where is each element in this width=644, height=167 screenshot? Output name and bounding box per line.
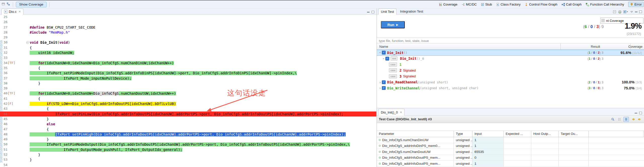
toolbar-item-control-flow-graph[interactable]: Control Flow Graph	[525, 3, 557, 6]
param-row[interactable]: Dio_infoCfgS_addrInfoDoutPS_mem...unsign…	[377, 155, 644, 161]
test-checkbox[interactable]: ✓	[382, 51, 386, 54]
toolbar-item-coverage[interactable]: Coverage	[439, 3, 457, 6]
code-line-28[interactable]: 28#include "MemMap.h"	[0, 30, 376, 35]
column-target-output[interactable]: Target Ou...	[559, 131, 589, 137]
param-row[interactable]: Dio_infoCfgS_addrInfoDoutPS_mem...unsign…	[377, 161, 644, 167]
code-line-54[interactable]: 54	[0, 162, 376, 167]
code-line-40[interactable]: 40[TF] for(idxChanUW=0;idxChanUW<Dio_inf…	[0, 91, 376, 96]
test-tree-row[interactable]: ›✓Dio_ReadChannel(unsigned short)(2 / 0 …	[377, 79, 644, 85]
code-line-53[interactable]: 53}	[0, 157, 376, 162]
param-input-cell[interactable]: 0	[472, 155, 504, 161]
code-line-38[interactable]: 38 }	[0, 81, 376, 86]
test-checkbox[interactable]: ✓	[382, 80, 386, 84]
tab-dio-c[interactable]: c Dio.c ✕	[2, 9, 23, 15]
param-expected-cell[interactable]	[504, 161, 531, 166]
param-host-output-cell[interactable]	[531, 137, 559, 143]
prev-arrow-icon[interactable]	[630, 117, 635, 122]
code-line-50[interactable]: 50 IfxPort_setPinModeOutput(Dio_infoCfgS…	[0, 142, 376, 147]
toolbar-item-class-factory[interactable]: cClass Factory	[496, 3, 520, 6]
code-line-33[interactable]: 33	[0, 55, 376, 60]
code-line-29[interactable]: 29	[0, 35, 376, 40]
param-target-output-cell[interactable]	[559, 143, 589, 149]
param-input-cell[interactable]: 1	[472, 161, 504, 166]
param-row[interactable]: Dio_infoCfgS.numChanDoutUWunsigned ...65…	[377, 149, 644, 155]
hierarchy-view-icon[interactable]	[7, 2, 10, 7]
show-coverage-button[interactable]: Show Coverage	[16, 2, 47, 7]
column-host-output[interactable]: Host Outp...	[531, 131, 559, 137]
column-expected[interactable]: Expected ...	[504, 131, 531, 137]
filter-input[interactable]: type file, function, test, state, issue	[379, 39, 429, 43]
column-input[interactable]: Input	[472, 131, 504, 137]
test-checkbox[interactable]: ✓	[385, 57, 389, 61]
maximize-icon[interactable]	[639, 112, 642, 114]
chevron-right-icon[interactable]: ›	[378, 80, 382, 84]
column-type[interactable]: Type	[454, 131, 472, 137]
param-row[interactable]: Dio_infoCfgS_addrInfoDinPS_mem0...unsign…	[377, 143, 644, 149]
collapse-icon[interactable]	[26, 41, 29, 44]
close-tab-icon[interactable]: ✕	[19, 10, 21, 13]
code-line-39[interactable]: 39	[0, 86, 376, 91]
code-line-48[interactable]: 48 IfxPort_setPinHigh(Dio_infoCfgS.addrI…	[0, 132, 376, 137]
maximize-icon[interactable]	[639, 11, 642, 13]
param-expected-cell[interactable]	[504, 149, 531, 155]
code-line-30[interactable]: 30void Dio_Init(void)	[0, 40, 376, 45]
param-host-output-cell[interactable]	[531, 161, 559, 166]
column-result[interactable]: Result	[560, 45, 630, 48]
chevron-down-icon[interactable]: ›	[382, 57, 386, 60]
test-tree-row[interactable]: case2Signaled	[377, 68, 644, 74]
test-tree-row[interactable]: ›✓Dio_WriteChannel(unsigned short, unsig…	[377, 85, 644, 91]
toolbar-item-error[interactable]: Error	[628, 2, 643, 7]
code-editor[interactable]: 252627#define BSW_CPU2_START_SEC_CODE28#…	[0, 15, 376, 167]
tab-unit-test[interactable]: Unit Test	[378, 9, 396, 15]
parameter-table-header[interactable]: Parameter Type Input Expected ... Host O…	[377, 131, 644, 137]
toolbar-item-call-graph[interactable]: Call Graph	[561, 3, 582, 6]
param-target-output-cell[interactable]	[559, 161, 589, 166]
code-line-44[interactable]: 44 IfxPort_setPinLow(Dio_infoCfgS.addrIn…	[0, 112, 376, 117]
code-line-37[interactable]: 37 IfxPort_Mode_inputNoPullDevice);	[0, 76, 376, 81]
tree-view-icon[interactable]	[617, 117, 622, 122]
toolbar-item-function-call-hierarchy[interactable]: Function Call Hierarchy	[586, 3, 624, 6]
chevron-right-icon[interactable]: ›	[378, 86, 382, 90]
code-line-46[interactable]: 46 else	[0, 122, 376, 127]
code-line-26[interactable]: 26	[0, 20, 376, 25]
param-expected-cell[interactable]	[504, 143, 531, 149]
param-host-output-cell[interactable]	[531, 143, 559, 149]
tab-integration-test[interactable]: Integration Test	[396, 9, 427, 14]
run-button[interactable]: Run ▶	[381, 21, 405, 28]
report-icon[interactable]	[618, 10, 622, 14]
test-tree-row[interactable]: case3Signaled	[377, 73, 644, 79]
code-line-36[interactable]: 36 IfxPort_setPinModeInput(Dio_infoCfgS.…	[0, 71, 376, 76]
param-input-cell[interactable]: 1	[472, 143, 504, 149]
code-line-34[interactable]: 34[TF] for(idxChanUW=0;idxChanUW<Dio_inf…	[0, 61, 376, 66]
code-line-42[interactable]: 42[F] if(STD_LOW==Dio_infoCfgS.addrInfoD…	[0, 101, 376, 106]
tab-dio-init-0[interactable]: Dio_Init()_0 ✕	[378, 109, 405, 116]
export-icon[interactable]: E	[623, 10, 628, 14]
param-host-output-cell[interactable]	[531, 149, 559, 155]
test-tree-row[interactable]: ›✓testDio_Init()_0(1 / 0 / 2) 3	[377, 56, 644, 62]
code-line-51[interactable]: 51 IfxPort_OutputMode_pushPull, IfxPort_…	[0, 147, 376, 152]
code-line-52[interactable]: 52 }	[0, 152, 376, 157]
toolbar-item-mc-dc[interactable]: MC/DC	[461, 3, 477, 6]
param-row[interactable]: Dio_infoCfgS.numChanDinUWunsigned ...1	[377, 137, 644, 143]
param-input-cell[interactable]: 1	[472, 137, 504, 143]
minimize-icon[interactable]	[635, 113, 637, 114]
toolbar-item-stub[interactable]: Stub	[481, 3, 492, 6]
chevron-down-icon[interactable]: ›	[378, 51, 382, 54]
param-host-output-cell[interactable]	[531, 155, 559, 161]
code-line-32[interactable]: 32 uint16 idxChanUW;	[0, 50, 376, 55]
window-icon[interactable]	[2, 2, 5, 7]
code-line-41[interactable]: 41 {	[0, 96, 376, 101]
test-checkbox[interactable]: ✓	[382, 86, 386, 90]
param-expected-cell[interactable]	[504, 155, 531, 161]
param-target-output-cell[interactable]	[559, 155, 589, 161]
list-view-icon[interactable]	[623, 117, 629, 122]
param-target-output-cell[interactable]	[559, 137, 589, 143]
close-tab-icon[interactable]: ✕	[400, 111, 402, 114]
view-menu-icon[interactable]	[630, 10, 633, 13]
collapse-all-icon[interactable]	[613, 10, 616, 14]
code-line-35[interactable]: 35 {	[0, 66, 376, 71]
tree-header[interactable]: Name Result Coverage	[377, 43, 644, 50]
code-line-49[interactable]: 49 }	[0, 137, 376, 142]
param-input-cell[interactable]: 65535	[472, 149, 504, 155]
code-line-45[interactable]: 45 }	[0, 117, 376, 122]
